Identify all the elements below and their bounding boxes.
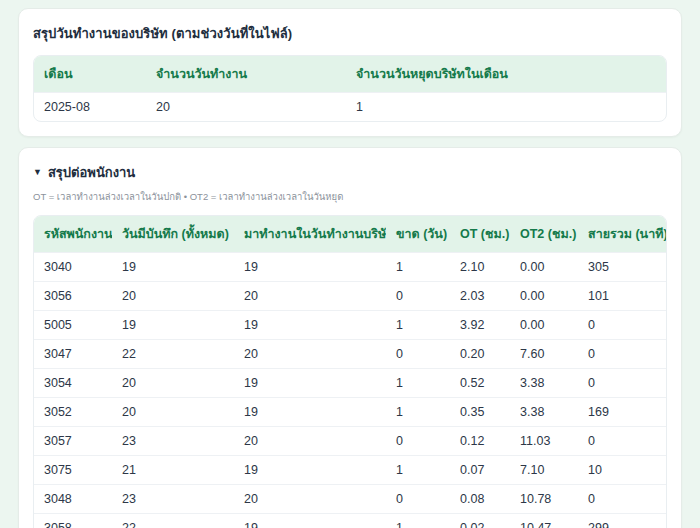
column-header: มาทำงานในวันทำงานบริษัท: [234, 216, 386, 253]
table-cell: 0.00: [510, 253, 578, 282]
table-cell: 20: [234, 485, 386, 514]
table-cell: 0.35: [450, 398, 510, 427]
table-cell: 20: [146, 93, 346, 122]
table-cell: 1: [386, 253, 450, 282]
employee-summary-table: รหัสพนักงานวันมีบันทึก (ทั้งหมด)มาทำงานใ…: [34, 216, 666, 528]
company-summary-title: สรุปวันทำงานของบริษัท (ตามช่วงวันที่ในไฟ…: [33, 23, 667, 44]
table-cell: 19: [234, 398, 386, 427]
table-cell: 19: [234, 514, 386, 528]
table-cell: 7.10: [510, 456, 578, 485]
table-cell: 5005: [34, 311, 112, 340]
column-header: เดือน: [34, 56, 146, 93]
table-cell: 1: [386, 456, 450, 485]
table-cell: 0: [386, 485, 450, 514]
table-cell: 11.03: [510, 427, 578, 456]
table-cell: 0: [578, 427, 666, 456]
table-cell: 20: [112, 282, 234, 311]
table-cell: 3.92: [450, 311, 510, 340]
table-cell: 20: [112, 369, 234, 398]
column-header: OT (ชม.): [450, 216, 510, 253]
table-cell: 2025-08: [34, 93, 146, 122]
table-header-row: รหัสพนักงานวันมีบันทึก (ทั้งหมด)มาทำงานใ…: [34, 216, 666, 253]
table-cell: 7.60: [510, 340, 578, 369]
table-cell: 19: [112, 253, 234, 282]
table-cell: 10: [578, 456, 666, 485]
column-header: สายรวม (นาที): [578, 216, 666, 253]
table-cell: 3040: [34, 253, 112, 282]
table-row: 3048232000.0810.780: [34, 485, 666, 514]
table-cell: 1: [386, 311, 450, 340]
table-cell: 0.12: [450, 427, 510, 456]
table-cell: 20: [112, 398, 234, 427]
table-cell: 0: [578, 369, 666, 398]
table-cell: 3057: [34, 427, 112, 456]
table-cell: 20: [234, 427, 386, 456]
table-cell: 0: [578, 311, 666, 340]
column-header: ขาด (วัน): [386, 216, 450, 253]
table-cell: 2.10: [450, 253, 510, 282]
table-cell: 22: [112, 340, 234, 369]
company-summary-card: สรุปวันทำงานของบริษัท (ตามช่วงวันที่ในไฟ…: [18, 8, 682, 137]
table-row: 2025-08201: [34, 93, 666, 122]
table-cell: 0.07: [450, 456, 510, 485]
table-cell: 19: [112, 311, 234, 340]
table-row: 3057232000.1211.030: [34, 427, 666, 456]
table-row: 3058221910.0210.47299: [34, 514, 666, 528]
table-row: 3040191912.100.00305: [34, 253, 666, 282]
table-cell: 19: [234, 369, 386, 398]
table-cell: 1: [386, 398, 450, 427]
table-cell: 19: [234, 456, 386, 485]
table-cell: 305: [578, 253, 666, 282]
table-row: 3056202002.030.00101: [34, 282, 666, 311]
table-cell: 0.00: [510, 282, 578, 311]
table-cell: 1: [386, 369, 450, 398]
table-cell: 1: [386, 514, 450, 528]
column-header: จำนวนวันทำงาน: [146, 56, 346, 93]
table-cell: 21: [112, 456, 234, 485]
table-cell: 3052: [34, 398, 112, 427]
table-cell: 22: [112, 514, 234, 528]
table-cell: 0: [386, 427, 450, 456]
table-cell: 3054: [34, 369, 112, 398]
page-content: สรุปวันทำงานของบริษัท (ตามช่วงวันที่ในไฟ…: [0, 0, 700, 528]
table-cell: 10.47: [510, 514, 578, 528]
table-cell: 10.78: [510, 485, 578, 514]
page: { "colors": { "page_bg": "#ecf6f0", "car…: [0, 0, 700, 528]
table-cell: 0.00: [510, 311, 578, 340]
employee-summary-table-wrap: รหัสพนักงานวันมีบันทึก (ทั้งหมด)มาทำงานใ…: [33, 215, 667, 528]
table-cell: 3075: [34, 456, 112, 485]
table-cell: 3048: [34, 485, 112, 514]
table-cell: 20: [234, 340, 386, 369]
table-cell: 0: [386, 340, 450, 369]
table-cell: 0.20: [450, 340, 510, 369]
table-row: 3047222000.207.600: [34, 340, 666, 369]
table-cell: 2.03: [450, 282, 510, 311]
table-cell: 101: [578, 282, 666, 311]
column-header: OT2 (ชม.): [510, 216, 578, 253]
table-cell: 20: [234, 282, 386, 311]
table-cell: 23: [112, 427, 234, 456]
column-header: วันมีบันทึก (ทั้งหมด): [112, 216, 234, 253]
table-row: 3054201910.523.380: [34, 369, 666, 398]
table-cell: 0: [386, 282, 450, 311]
company-summary-table-wrap: เดือนจำนวนวันทำงานจำนวนวันหยุดบริษัทในเด…: [33, 55, 667, 122]
table-header-row: เดือนจำนวนวันทำงานจำนวนวันหยุดบริษัทในเด…: [34, 56, 666, 93]
chevron-down-icon: ▼: [33, 168, 42, 177]
table-cell: 0.02: [450, 514, 510, 528]
employee-summary-card: ▼ สรุปต่อพนักงาน OT = เวลาทำงานล่วงเวลาใ…: [18, 147, 682, 528]
column-header: รหัสพนักงาน: [34, 216, 112, 253]
employee-summary-toggle[interactable]: ▼ สรุปต่อพนักงาน: [33, 162, 667, 183]
table-cell: 3047: [34, 340, 112, 369]
column-header: จำนวนวันหยุดบริษัทในเดือน: [346, 56, 666, 93]
table-cell: 0: [578, 340, 666, 369]
table-cell: 0.52: [450, 369, 510, 398]
table-cell: 3.38: [510, 369, 578, 398]
table-cell: 3058: [34, 514, 112, 528]
table-cell: 19: [234, 253, 386, 282]
table-row: 5005191913.920.000: [34, 311, 666, 340]
table-cell: 3.38: [510, 398, 578, 427]
company-summary-table: เดือนจำนวนวันทำงานจำนวนวันหยุดบริษัทในเด…: [34, 56, 666, 121]
table-cell: 0.08: [450, 485, 510, 514]
employee-summary-title: สรุปต่อพนักงาน: [48, 162, 135, 183]
table-row: 3052201910.353.38169: [34, 398, 666, 427]
